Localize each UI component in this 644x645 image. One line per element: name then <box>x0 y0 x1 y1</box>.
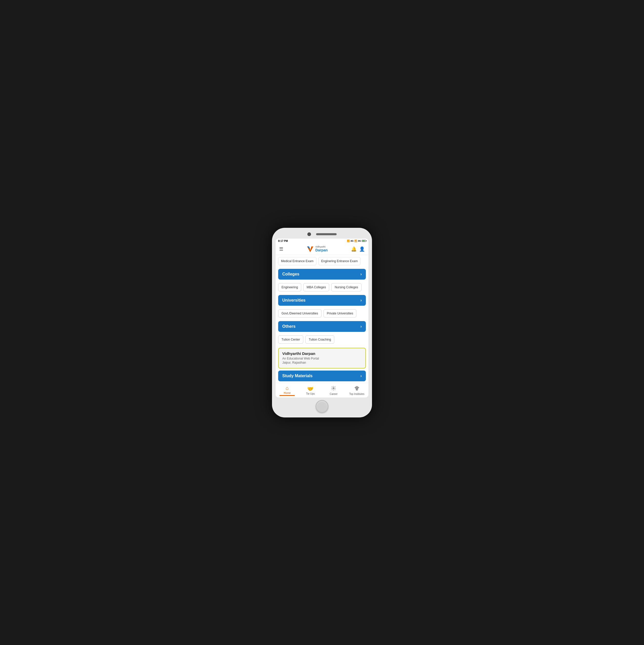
battery-icon <box>362 240 366 242</box>
tieups-icon: 🤝 <box>307 386 314 392</box>
home-button-hardware <box>316 400 328 413</box>
phone-screen: 8:17 PM 📶 4G 📶 3G ☰ Vidhyarthi Darp <box>276 239 368 398</box>
camera <box>307 232 311 236</box>
logo-v-icon <box>307 245 314 253</box>
vidhyarthi-info-card[interactable]: Vidhyarthi Darpan An Educational Web Por… <box>278 348 366 369</box>
colleges-title: Colleges <box>282 272 299 276</box>
top-navigation: ☰ Vidhyarthi Darpan 🔔 👤 <box>276 243 368 255</box>
tieups-label: Tie Ups <box>306 392 315 395</box>
study-materials-title: Study Materials <box>282 374 313 378</box>
colleges-chips-row: Engineering MBA Colleges Nursing College… <box>276 281 368 293</box>
info-card-title: Vidhyarthi Darpan <box>282 351 362 356</box>
chip-tution-coaching[interactable]: Tution Coaching <box>305 336 334 344</box>
logo-bottom-text: Darpan <box>315 248 328 252</box>
info-card-subtitle: An Educational Web Portal <box>282 357 362 360</box>
colleges-chevron-icon: › <box>360 272 362 276</box>
phone-bottom-hardware <box>276 400 368 413</box>
status-3g: 3G <box>358 240 361 242</box>
status-icons: 📶 4G 📶 3G <box>347 240 366 242</box>
home-icon: ⌂ <box>286 385 289 391</box>
colleges-section-header[interactable]: Colleges › <box>278 269 366 279</box>
career-icon <box>331 386 336 392</box>
bottom-navigation: ⌂ Home 🤝 Tie Ups Career <box>276 383 368 398</box>
status-bar: 8:17 PM 📶 4G 📶 3G <box>276 239 368 243</box>
app-logo: Vidhyarthi Darpan <box>307 245 328 253</box>
home-label: Home <box>284 392 291 394</box>
phone-frame: 8:17 PM 📶 4G 📶 3G ☰ Vidhyarthi Darp <box>272 228 372 417</box>
entrance-engineering-btn[interactable]: Enginering Entrance Exam <box>318 257 361 265</box>
universities-title: Universities <box>282 298 306 303</box>
nav-icons: 🔔 👤 <box>351 246 365 252</box>
bell-icon[interactable]: 🔔 <box>351 246 357 252</box>
home-active-indicator <box>280 395 295 396</box>
entrance-exam-row: Medical Entrance Exam Enginering Entranc… <box>276 255 368 267</box>
chip-nursing-colleges[interactable]: Nursing Colleges <box>331 283 361 291</box>
others-chips-row: Tution Center Tution Coaching <box>276 334 368 346</box>
chip-tution-center[interactable]: Tution Center <box>278 336 303 344</box>
top-institutes-icon <box>354 386 359 392</box>
top-institutes-label: Top Institutes <box>349 393 364 395</box>
bottom-nav-top-institutes[interactable]: Top Institutes <box>349 386 364 395</box>
chip-govt-deemed[interactable]: Govt./Deemed Universities <box>278 309 321 317</box>
bottom-nav-tieups[interactable]: 🤝 Tie Ups <box>303 386 318 395</box>
chip-private-universities[interactable]: Private Universities <box>324 309 357 317</box>
study-materials-chevron-icon: › <box>360 374 362 378</box>
svg-point-2 <box>333 388 334 389</box>
status-signal1: 📶 <box>347 240 350 242</box>
info-card-location: Jaipur, Rajasthan <box>282 361 362 364</box>
study-materials-section-header[interactable]: Study Materials › <box>278 371 366 381</box>
bottom-nav-career[interactable]: Career <box>326 386 341 395</box>
others-chevron-icon: › <box>360 324 362 329</box>
status-4g: 4G <box>350 240 353 242</box>
chip-mba-colleges[interactable]: MBA Colleges <box>303 283 329 291</box>
menu-icon[interactable]: ☰ <box>279 246 283 252</box>
career-label: Career <box>330 393 338 395</box>
scroll-content[interactable]: Medical Entrance Exam Enginering Entranc… <box>276 255 368 383</box>
others-title: Others <box>282 324 296 329</box>
bottom-nav-home[interactable]: ⌂ Home <box>280 385 295 396</box>
others-section-header[interactable]: Others › <box>278 321 366 332</box>
universities-section-header[interactable]: Universities › <box>278 295 366 306</box>
entrance-medical-btn[interactable]: Medical Entrance Exam <box>278 257 316 265</box>
universities-chevron-icon: › <box>360 298 362 303</box>
universities-chips-row: Govt./Deemed Universities Private Univer… <box>276 307 368 319</box>
user-icon[interactable]: 👤 <box>359 246 365 252</box>
logo-text: Vidhyarthi Darpan <box>315 246 328 252</box>
chip-engineering[interactable]: Engineering <box>278 283 301 291</box>
status-time: 8:17 PM <box>278 240 288 242</box>
phone-top-hardware <box>276 232 368 236</box>
status-signal2: 📶 <box>354 240 357 242</box>
speaker <box>316 233 337 235</box>
